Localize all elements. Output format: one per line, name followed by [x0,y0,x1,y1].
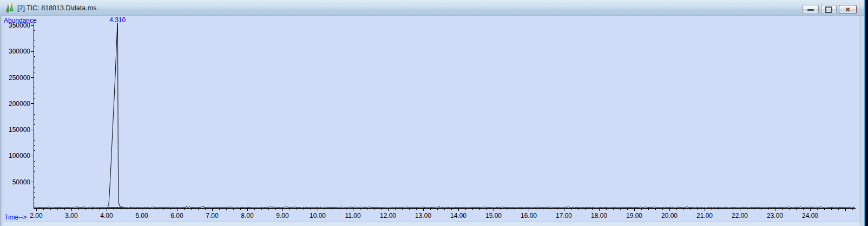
x-tick-label: 12.00 [380,212,396,220]
x-tick-label: 21.00 [696,212,713,220]
minimize-button[interactable] [802,5,819,14]
minimize-icon [807,9,814,11]
x-tick-label: 18.00 [591,212,607,220]
peak-rt-label: 4.310 [109,16,126,24]
chromatogram-plot[interactable]: 2.003.004.005.006.007.008.009.0010.0011.… [3,16,859,222]
x-tick-label: 13.00 [415,212,431,220]
x-tick-label: 5.00 [135,212,148,220]
plot-area: 2.003.004.005.006.007.008.009.0010.0011.… [3,16,859,222]
x-tick-label: 19.00 [626,212,642,220]
x-tick-label: 22.00 [732,212,748,220]
titlebar[interactable]: [2] TIC: 818013.D\data.ms ✕ [0,0,864,16]
tic-trace [34,23,855,208]
maximize-button[interactable] [821,5,837,14]
chromatogram-window: [2] TIC: 818013.D\data.ms ✕ 2.003.004.00… [0,0,864,226]
y-tick-label: 300000 [9,48,30,55]
y-tick-label: 50000 [12,178,31,186]
x-tick-label: 10.00 [310,212,326,220]
x-tick-label: 15.00 [485,212,502,220]
x-tick-label: 9.00 [276,212,289,220]
y-tick-label: 100000 [9,152,30,159]
x-tick-label: 4.00 [100,212,113,220]
y-tick-label: 250000 [9,74,30,82]
window-edge-accent [864,0,865,226]
x-tick-label: 6.00 [170,212,183,220]
maximize-icon [825,6,832,13]
x-tick-label: 16.00 [521,212,537,220]
y-tick-label: 150000 [9,126,30,134]
window-title: [2] TIC: 818013.D\data.ms [17,4,96,12]
window-frame-bottom [3,222,860,226]
close-icon: ✕ [845,6,850,13]
x-tick-label: 2.00 [30,212,43,220]
x-tick-label: 7.00 [206,212,219,220]
y-tick-label: 200000 [9,100,30,108]
x-tick-label: 3.00 [65,212,78,220]
x-axis-title: Time--> [4,214,27,221]
chromatogram-icon [5,3,15,12]
x-tick-label: 11.00 [345,212,360,220]
x-tick-label: 14.00 [450,212,466,220]
x-tick-label: 24.00 [802,212,818,220]
x-tick-label: 23.00 [767,212,783,220]
x-tick-label: 17.00 [556,212,572,220]
window-controls: ✕ [800,5,857,14]
x-tick-label: 8.00 [241,212,254,220]
y-axis-title: Abundance [4,17,37,24]
x-tick-label: 20.00 [661,212,678,220]
close-button[interactable]: ✕ [839,5,857,14]
window-frame-right [860,16,864,226]
screen: [2] TIC: 818013.D\data.ms ✕ 2.003.004.00… [0,0,868,226]
